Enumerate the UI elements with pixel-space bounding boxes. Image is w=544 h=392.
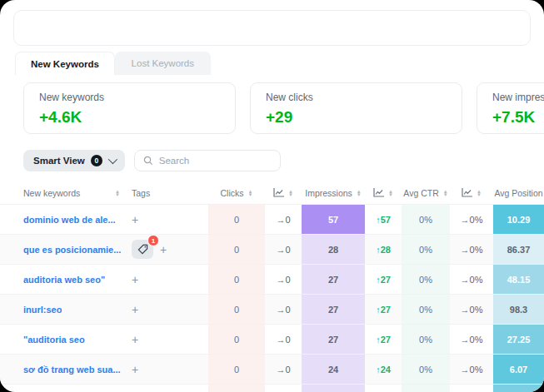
filter-row: Smart View 0 [23, 150, 544, 171]
ctr-cell: 0% [402, 295, 450, 324]
table-row: sơ đồ trang web sua... + 0 →0 24 ↑24 0% … [0, 354, 544, 384]
stat-value: +29 [266, 108, 447, 127]
sort-icon[interactable]: ▲▼ [388, 190, 393, 196]
keyword-link[interactable]: sơ đồ trang web sua... [23, 365, 121, 375]
keyword-link[interactable]: auditoria web seo" [23, 275, 105, 285]
table-row: "auditoria seo + 0 →0 27 ↑27 0% →0% 27.2… [0, 324, 544, 354]
column-header-impressions-trend[interactable]: ▲▼ [365, 181, 402, 204]
column-header-clicks-trend[interactable]: ▲▼ [265, 181, 302, 204]
clicks-trend-cell: →0 [265, 205, 302, 234]
smart-view-dropdown[interactable]: Smart View 0 [23, 150, 125, 171]
table-header-row: New keywords ▲▼ Tags Clicks ▲▼ ▲▼ Impres… [0, 181, 544, 204]
stat-card-new-clicks: New clicks +29 [250, 82, 462, 134]
clicks-cell: 0 [208, 295, 265, 324]
smart-view-count-badge: 0 [91, 155, 102, 166]
tab-lost-keywords[interactable]: Lost Keywords [115, 52, 211, 75]
tab-new-keywords[interactable]: New Keywords [15, 52, 115, 75]
column-header-impressions[interactable]: Impressions ▲▼ [302, 181, 365, 204]
ctr-cell: 0% [402, 265, 450, 294]
tab-label: New Keywords [31, 59, 99, 69]
sort-icon[interactable]: ▲▼ [443, 190, 448, 196]
column-header-ctr-trend[interactable]: ▲▼ [450, 181, 493, 204]
impressions-cell: 27 [302, 265, 365, 294]
avg-position-cell: 48.15 [493, 265, 544, 294]
add-tag-button[interactable]: + [132, 273, 138, 286]
smart-view-label: Smart View [33, 156, 85, 166]
clicks-trend-cell: →0 [265, 325, 302, 354]
column-header-avg-ctr[interactable]: Avg CTR ▲▼ [402, 181, 450, 204]
keyword-link[interactable]: "auditoria seo [23, 335, 85, 345]
impressions-cell: 27 [302, 295, 365, 324]
clicks-trend-cell: →0 [265, 295, 302, 324]
impressions-cell: 57 [302, 205, 365, 234]
ctr-cell: 0% [402, 235, 450, 264]
avg-position-cell: 27.25 [493, 325, 544, 354]
table-body: dominio web de ale... + 0 →0 57 ↑57 0% →… [0, 204, 544, 392]
add-tag-button[interactable]: + [132, 363, 138, 376]
impressions-trend-cell: ↑27 [365, 265, 402, 294]
sort-icon[interactable]: ▲▼ [477, 190, 482, 196]
keywords-table: New keywords ▲▼ Tags Clicks ▲▼ ▲▼ Impres… [0, 181, 544, 392]
keywords-dashboard: New Keywords Lost Keywords New keywords … [0, 0, 544, 392]
search-box[interactable] [134, 150, 281, 171]
column-header-clicks[interactable]: Clicks ▲▼ [208, 181, 265, 204]
ctr-cell: 0% [402, 205, 450, 234]
impressions-trend-cell: ↑27 [365, 295, 402, 324]
keyword-link[interactable]: que es posicionamie... [23, 245, 121, 255]
table-row-partial [0, 384, 544, 392]
avg-position-cell: 86.37 [493, 235, 544, 264]
impressions-cell: 28 [302, 235, 365, 264]
add-tag-button[interactable]: + [132, 333, 138, 346]
impressions-cell: 27 [302, 325, 365, 354]
sort-icon[interactable]: ▲▼ [357, 190, 362, 196]
clicks-cell: 0 [208, 355, 265, 384]
add-tag-button[interactable]: + [160, 243, 167, 256]
clicks-cell: 0 [208, 205, 265, 234]
sort-icon[interactable]: ▲▼ [288, 190, 293, 196]
ctr-trend-cell: →0% [450, 325, 493, 354]
ctr-trend-cell: →0% [450, 355, 493, 384]
tag-chip[interactable]: 1 [132, 240, 153, 259]
stat-value: +4.6K [39, 108, 220, 127]
tag-count-badge: 1 [147, 235, 159, 246]
impressions-trend-cell: ↑24 [365, 355, 402, 384]
stats-row: New keywords +4.6K New clicks +29 New im… [0, 75, 544, 134]
column-header-avg-position[interactable]: Avg Position [493, 181, 544, 204]
impressions-trend-cell: ↑57 [365, 205, 402, 234]
stat-card-new-impressions: New impressions +7.5K [477, 82, 544, 134]
stat-value: +7.5K [492, 108, 544, 127]
stat-label: New clicks [266, 92, 447, 103]
clicks-cell: 0 [208, 235, 265, 264]
line-chart-icon [373, 188, 384, 197]
table-row: dominio web de ale... + 0 →0 57 ↑57 0% →… [0, 204, 544, 234]
search-icon [143, 156, 153, 166]
clicks-trend-cell: →0 [265, 355, 302, 384]
stat-label: New impressions [492, 92, 544, 103]
ctr-cell: 0% [402, 325, 450, 354]
top-banner [13, 10, 531, 46]
add-tag-button[interactable]: + [132, 303, 138, 316]
search-input[interactable] [159, 156, 259, 166]
line-chart-icon [273, 188, 284, 197]
tag-icon [137, 244, 148, 255]
keyword-link[interactable]: inurl:seo [23, 305, 62, 315]
keyword-link[interactable]: dominio web de ale... [23, 215, 116, 225]
impressions-cell: 24 [302, 355, 365, 384]
sort-icon[interactable]: ▲▼ [115, 190, 120, 196]
clicks-trend-cell: →0 [265, 265, 302, 294]
line-chart-icon [462, 188, 472, 197]
table-row: auditoria web seo" + 0 →0 27 ↑27 0% →0% … [0, 264, 544, 294]
ctr-trend-cell: →0% [450, 265, 493, 294]
sort-icon[interactable]: ▲▼ [248, 190, 253, 196]
ctr-trend-cell: →0% [450, 205, 493, 234]
avg-position-cell: 98.3 [493, 295, 544, 324]
clicks-cell: 0 [208, 325, 265, 354]
tab-bar: New Keywords Lost Keywords [15, 52, 544, 75]
column-header-tags: Tags [125, 181, 208, 204]
clicks-cell: 0 [208, 265, 265, 294]
stat-card-new-keywords: New keywords +4.6K [23, 82, 236, 134]
ctr-trend-cell: →0% [450, 235, 493, 264]
add-tag-button[interactable]: + [132, 213, 138, 226]
column-header-new-keywords[interactable]: New keywords ▲▼ [0, 181, 125, 204]
stat-label: New keywords [39, 92, 220, 103]
